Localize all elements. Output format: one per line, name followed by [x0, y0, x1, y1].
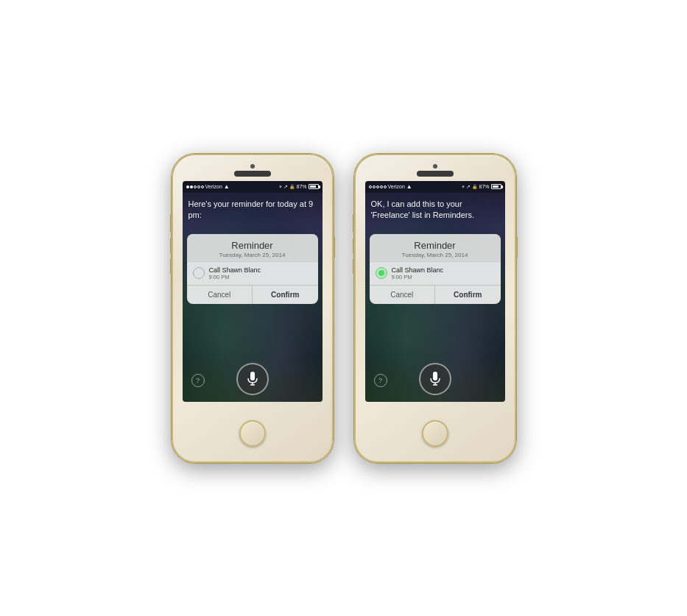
power-button[interactable]: [333, 236, 335, 258]
reminder-text-group: Call Shawn Blanc9:00 PM: [392, 266, 495, 280]
phones-container: Verizon▲⌖↗🔒87%Here's your reminder for t…: [172, 154, 516, 463]
arrow-icon: ↗: [283, 184, 288, 190]
screen-content: Verizon▲⌖↗🔒87%OK, I can add this to your…: [365, 181, 505, 402]
battery-percentage: 87%: [296, 184, 306, 189]
location-icon: ⌖: [462, 184, 465, 190]
volume-down-button[interactable]: [353, 258, 355, 275]
reminder-circle[interactable]: [193, 267, 205, 279]
battery-icon: [309, 184, 319, 189]
cancel-button[interactable]: Cancel: [370, 286, 435, 304]
card-date: Tuesday, March 25, 2014: [377, 252, 493, 258]
card-title: Reminder: [377, 240, 493, 251]
phone-bottom: [179, 406, 326, 450]
phone-right: Verizon▲⌖↗🔒87%OK, I can add this to your…: [354, 154, 516, 463]
silent-button[interactable]: [170, 214, 172, 230]
speaker-grille: [417, 171, 454, 177]
screen-content: Verizon▲⌖↗🔒87%Here's your reminder for t…: [183, 181, 323, 402]
screen: Verizon▲⌖↗🔒87%Here's your reminder for t…: [183, 181, 323, 402]
battery-fill: [310, 185, 317, 188]
reminder-time: 9:00 PM: [392, 274, 495, 280]
reminder-item: Call Shawn Blanc9:00 PM: [370, 261, 501, 285]
microphone-button[interactable]: [236, 363, 269, 395]
signal-dot: [380, 185, 383, 188]
reminder-name: Call Shawn Blanc: [209, 266, 312, 274]
signal-dot: [376, 185, 379, 188]
confirm-button[interactable]: Confirm: [434, 286, 501, 304]
card-title: Reminder: [194, 240, 311, 251]
reminder-text-group: Call Shawn Blanc9:00 PM: [209, 266, 312, 280]
volume-up-button[interactable]: [170, 238, 172, 254]
status-bar: Verizon▲⌖↗🔒87%: [365, 181, 505, 193]
home-button[interactable]: [239, 420, 266, 447]
siri-response-text: OK, I can add this to your 'Freelance' l…: [365, 193, 505, 231]
arrow-icon: ↗: [466, 184, 471, 190]
camera-dot: [433, 164, 437, 169]
signal-dot: [373, 185, 376, 188]
confirm-button[interactable]: Confirm: [252, 286, 318, 304]
camera-dot: [250, 164, 255, 169]
volume-up-button[interactable]: [353, 238, 355, 254]
wifi-icon: ▲: [406, 183, 412, 190]
card-actions: CancelConfirm: [187, 285, 318, 304]
card-header: ReminderTuesday, March 25, 2014: [187, 234, 318, 261]
phone-top: [179, 164, 326, 177]
phone-top: [362, 164, 509, 177]
signal-dot: [384, 185, 387, 188]
location-icon: ⌖: [279, 184, 282, 190]
siri-response-text: Here's your reminder for today at 9 pm:: [183, 193, 323, 231]
status-left: Verizon▲: [186, 183, 230, 190]
reminder-card: ReminderTuesday, March 25, 2014Call Shaw…: [187, 234, 318, 304]
carrier-name: Verizon: [205, 184, 222, 189]
signal-dot: [190, 185, 193, 188]
signal-dot: [369, 185, 372, 188]
phone-left: Verizon▲⌖↗🔒87%Here's your reminder for t…: [172, 154, 334, 463]
battery-fill: [493, 185, 499, 188]
mic-area: ?: [365, 361, 505, 402]
home-button[interactable]: [422, 420, 448, 447]
reminder-time: 9:00 PM: [209, 274, 312, 280]
svg-rect-3: [433, 372, 437, 380]
card-header: ReminderTuesday, March 25, 2014: [370, 234, 501, 261]
mic-area: ?: [183, 361, 323, 402]
card-date: Tuesday, March 25, 2014: [194, 252, 311, 258]
battery-icon: [491, 184, 501, 189]
help-button[interactable]: ?: [191, 374, 205, 387]
lock-icon: 🔒: [472, 184, 477, 189]
microphone-button[interactable]: [419, 363, 451, 395]
carrier-name: Verizon: [388, 184, 405, 189]
reminder-card: ReminderTuesday, March 25, 2014Call Shaw…: [370, 234, 501, 304]
reminder-name: Call Shawn Blanc: [392, 266, 495, 274]
signal-dots: [186, 185, 204, 188]
cancel-button[interactable]: Cancel: [187, 286, 253, 304]
status-left: Verizon▲: [369, 183, 412, 190]
help-button[interactable]: ?: [374, 374, 387, 387]
card-actions: CancelConfirm: [370, 285, 501, 304]
wifi-icon: ▲: [224, 183, 230, 190]
reminder-circle[interactable]: [376, 267, 387, 279]
signal-dots: [369, 185, 387, 188]
status-right: ⌖↗🔒87%: [279, 184, 318, 190]
silent-button[interactable]: [353, 214, 355, 230]
reminder-item: Call Shawn Blanc9:00 PM: [187, 261, 318, 285]
speaker-grille: [234, 171, 271, 177]
status-bar: Verizon▲⌖↗🔒87%: [183, 181, 323, 193]
power-button[interactable]: [515, 236, 518, 258]
status-right: ⌖↗🔒87%: [462, 184, 501, 190]
signal-dot: [194, 185, 197, 188]
svg-rect-0: [250, 372, 255, 380]
lock-icon: 🔒: [289, 184, 295, 189]
signal-dot: [197, 185, 200, 188]
phone-bottom: [362, 406, 509, 450]
battery-percentage: 87%: [479, 184, 489, 189]
signal-dot: [186, 185, 189, 188]
volume-down-button[interactable]: [170, 258, 172, 275]
signal-dot: [201, 185, 204, 188]
screen: Verizon▲⌖↗🔒87%OK, I can add this to your…: [365, 181, 505, 402]
